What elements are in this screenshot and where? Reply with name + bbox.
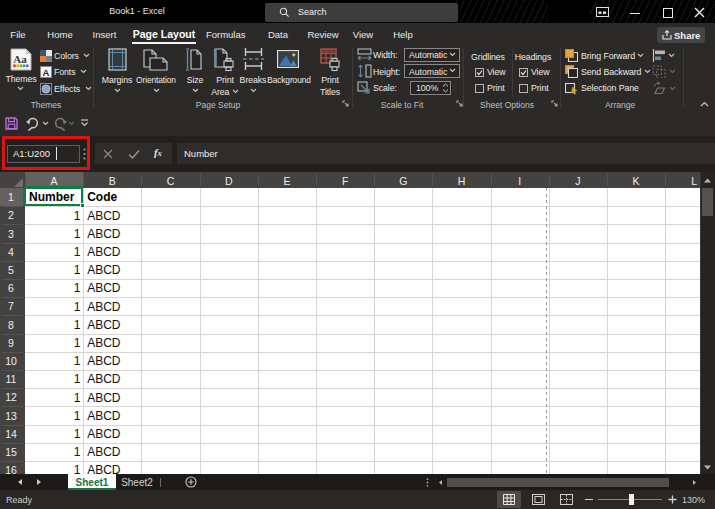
svg-text:Aa: Aa <box>13 53 27 65</box>
svg-text:A: A <box>43 67 50 78</box>
